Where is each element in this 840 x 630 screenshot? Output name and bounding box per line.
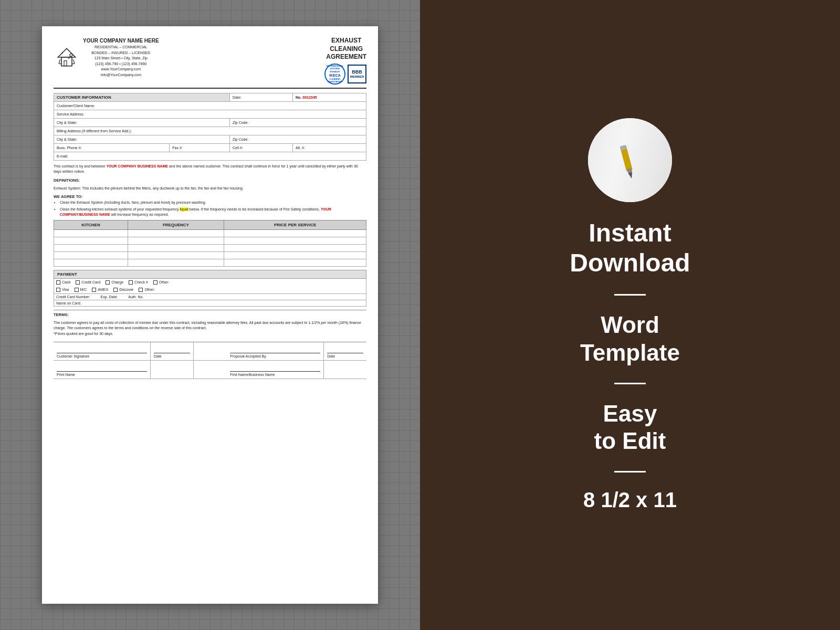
contract-text: This contract is by and between YOUR COM… [54,164,366,175]
print-name-line [57,371,147,372]
print-name-blank [151,361,194,379]
company-info: YOUR COMPANY NAME HERE RESIDENTIAL – COM… [83,37,159,78]
company-name: YOUR COMPANY NAME HERE [83,37,159,45]
page-size: 8 1/2 x 11 [583,488,677,512]
payment-header: PAYMENT [54,270,366,279]
bullet1: Clean the Exhaust System (including duct… [60,200,366,206]
company-line2: BONDED – INSURED – LICENSED [83,50,159,56]
svg-line-9 [68,56,70,59]
accepted-date-line [327,353,363,353]
company-logo-icon [54,44,80,70]
terms-text: The customer agrees to pay all costs of … [54,320,366,337]
email-field: E-mail: [54,152,366,160]
date-field: Date: [230,93,293,101]
highlight-liquid: liquid [180,207,188,211]
city-state-field1: City & State: [54,118,230,127]
document: YOUR COMPANY NAME HERE RESIDENTIAL – COM… [42,26,378,604]
svg-line-6 [74,59,75,64]
customer-date-label: Date [154,354,190,358]
right-title: Instant Download [570,218,690,278]
svg-rect-2 [64,61,67,66]
left-panel: YOUR COMPANY NAME HERE RESIDENTIAL – COM… [0,0,420,630]
bullet2: Clean the following kitchen exhaust syst… [60,207,366,218]
alt-field: Alt. #: [293,143,366,152]
other2-checkbox: Other: [139,288,154,292]
ikeca-badge: INTERNATIONALKITCHEN EXHAUSTIKECACLEANIN… [324,64,345,85]
sig-spacer2 [194,361,227,379]
zip-field1: Zip Code: [230,118,366,127]
sig-row2: Print Name First Name/Business Name [54,361,366,379]
table-row [54,244,366,251]
divider2 [614,383,646,384]
payment-detail-row2: Name on Card: [54,300,366,307]
company-line5: www.YourCompany.com [83,67,159,72]
doc-header: YOUR COMPANY NAME HERE RESIDENTIAL – COM… [54,37,366,89]
first-name-label: First Name/Business Name [230,373,320,376]
definitions-header: DEFINITIONS: [54,178,366,183]
customer-info-table: CUSTOMER INFORMATION Date: No. 0012345 C… [54,93,366,161]
first-name-line [230,371,320,372]
print-name-cell: Print Name [54,361,151,379]
first-name-business-cell: First Name/Business Name [227,361,324,379]
customer-signature-label: Customer Signature [57,354,147,358]
svg-marker-0 [58,48,75,57]
header-right: EXHAUST CLEANING AGREEMENT INTERNATIONAL… [324,37,366,85]
name-on-card-label: Name on Card: [56,301,81,305]
no-field: No. 0012345 [293,93,366,101]
amex-checkbox: AMEX [92,288,108,292]
credit-card-checkbox: Credit Card [76,280,100,285]
client-name-field: Customer/Client Name: [54,101,366,110]
check-checkbox: Check # [129,280,148,285]
company-line6: Info@YourCompany.com [83,72,159,78]
agree-list: Clean the Exhaust System (including duct… [60,200,366,218]
company-business-name: YOUR COMPANY BUSINESS NAME [106,164,168,168]
billing-address-field: Billing Address (If different from Servi… [54,127,366,135]
payment-row1: Cash Credit Card Charge Check # Other: [54,279,366,286]
definitions-text: Exhaust System: This includes the plenum… [54,186,366,192]
customer-info-header: CUSTOMER INFORMATION [54,93,230,101]
terms-section: TERMS: The customer agrees to pay all co… [54,310,366,337]
customer-sig-line [57,353,147,353]
svg-point-8 [70,54,72,56]
service-address-field: Service Address: [54,110,366,118]
proposal-accepted-label: Proposal Accepted By [230,354,320,358]
auth-no-label: Auth. No. [128,295,143,299]
table-row [54,259,366,266]
right-panel: Instant Download Word Template Easy to E… [420,0,840,630]
easy-to-edit: Easy to Edit [594,400,666,456]
sig-spacer1 [194,342,227,360]
charge-checkbox: Charge [106,280,123,285]
mc-checkbox: M/C [75,288,87,292]
bbb-badge: BBBMEMBER [348,65,366,83]
svg-marker-12 [628,172,634,180]
agree-header: WE AGREE TO: [54,194,366,199]
customer-date-cell: Date [151,342,194,360]
svg-line-4 [59,59,60,64]
exp-date-label: Exp. Date: [101,295,118,299]
company-line1: RESIDENTIAL – COMMERCIAL [83,45,159,50]
proposal-accepted-line [230,353,320,353]
divider3 [614,471,646,472]
payment-detail-row1: Credit Card Number: Exp. Date: Auth. No. [54,294,366,300]
company-line3: 123 Main Street • City, State, Zip [83,56,159,61]
pen-circle [588,118,672,202]
other1-checkbox: Other: [153,280,169,285]
company-line4: (123) 456-790 • (123) 456-7890 [83,61,159,67]
badges: INTERNATIONALKITCHEN EXHAUSTIKECACLEANIN… [324,64,366,85]
kitchen-header: KITCHEN [54,220,128,229]
buss-phone-field: Buss. Phone #: [54,143,170,152]
proposal-accepted-cell: Proposal Accepted By [227,342,324,360]
cell-field: Cell #: [230,143,293,152]
city-state-field2: City & State: [54,135,230,143]
zip-field2: Zip Code: [230,135,366,143]
accepted-date-label: Date [327,354,363,358]
signature-area: Customer Signature Date Proposal Accepte… [54,342,366,379]
first-name-blank [324,361,366,379]
customer-date-line [154,353,190,353]
customer-signature-cell: Customer Signature [54,342,151,360]
fax-field: Fax #: [170,143,230,152]
visa-checkbox: Visa [56,288,69,292]
no-value: 0012345 [302,96,317,99]
accepted-date-cell: Date [324,342,366,360]
credit-card-number-label: Credit Card Number: [56,295,90,299]
